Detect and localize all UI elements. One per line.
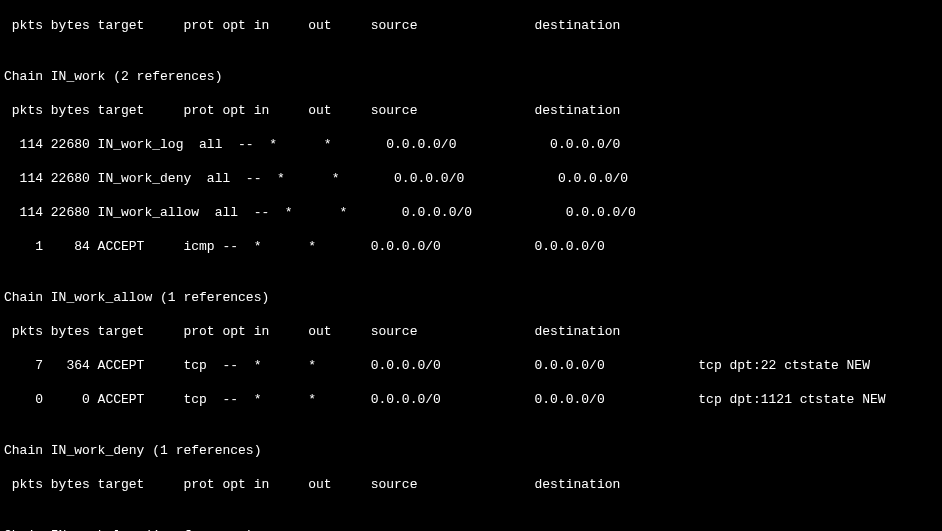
table-row: 7 364 ACCEPT tcp -- * * 0.0.0.0/0 0.0.0.… (4, 357, 938, 374)
terminal-output[interactable]: pkts bytes target prot opt in out source… (0, 0, 942, 531)
chain-header: Chain IN_work (2 references) (4, 68, 938, 85)
chain-header: Chain IN_work_log (1 references) (4, 527, 938, 531)
table-row: 114 22680 IN_work_deny all -- * * 0.0.0.… (4, 170, 938, 187)
table-header: pkts bytes target prot opt in out source… (4, 17, 938, 34)
table-row: 0 0 ACCEPT tcp -- * * 0.0.0.0/0 0.0.0.0/… (4, 391, 938, 408)
table-row: 1 84 ACCEPT icmp -- * * 0.0.0.0/0 0.0.0.… (4, 238, 938, 255)
table-header: pkts bytes target prot opt in out source… (4, 323, 938, 340)
table-header: pkts bytes target prot opt in out source… (4, 476, 938, 493)
table-row: 114 22680 IN_work_log all -- * * 0.0.0.0… (4, 136, 938, 153)
chain-header: Chain IN_work_allow (1 references) (4, 289, 938, 306)
table-row: 114 22680 IN_work_allow all -- * * 0.0.0… (4, 204, 938, 221)
table-header: pkts bytes target prot opt in out source… (4, 102, 938, 119)
chain-header: Chain IN_work_deny (1 references) (4, 442, 938, 459)
